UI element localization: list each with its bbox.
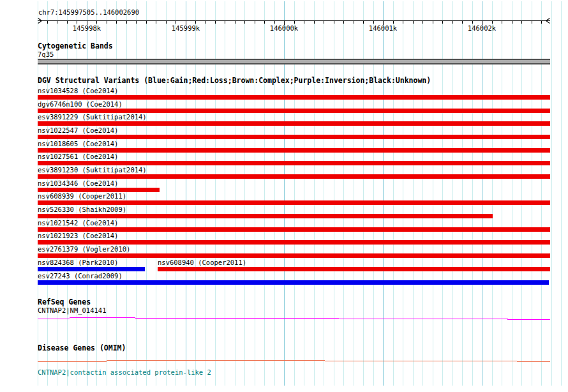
variant-bar[interactable] bbox=[158, 267, 550, 271]
ruler-minor-tick bbox=[235, 21, 235, 24]
variant-label[interactable]: nsv1027561 (Coe2014) bbox=[38, 153, 118, 161]
genome-browser-panel: chr7:145997505..146002690 145998k145999k… bbox=[0, 0, 568, 392]
variant-bar[interactable] bbox=[38, 214, 493, 218]
variant-label[interactable]: nsv1021542 (Coe2014) bbox=[38, 219, 118, 227]
variant-bar[interactable] bbox=[38, 161, 550, 165]
variant-bar[interactable] bbox=[38, 240, 550, 245]
ruler-minor-tick bbox=[255, 21, 255, 24]
ruler-minor-tick bbox=[452, 21, 453, 24]
omim-track-header: Disease Genes (OMIM) bbox=[38, 344, 126, 352]
refseq-gene-line[interactable] bbox=[70, 317, 135, 318]
omim-gene-line[interactable] bbox=[391, 361, 517, 361]
variant-label[interactable]: nsv1022547 (Coe2014) bbox=[38, 126, 118, 135]
variant-bar[interactable] bbox=[38, 188, 160, 192]
variant-bar[interactable] bbox=[38, 280, 549, 285]
ruler-minor-tick bbox=[274, 21, 275, 24]
refseq-gene-line[interactable] bbox=[507, 319, 550, 320]
ruler-minor-tick bbox=[433, 21, 433, 24]
omim-gene-line[interactable] bbox=[197, 360, 325, 361]
ruler-minor-tick bbox=[393, 21, 394, 24]
omim-gene-line[interactable] bbox=[325, 361, 391, 361]
ruler-minor-tick bbox=[334, 21, 334, 24]
ruler-minor-tick bbox=[244, 21, 245, 24]
ruler-minor-tick bbox=[512, 21, 512, 24]
ruler-minor-tick bbox=[107, 21, 107, 24]
ruler-minor-tick bbox=[264, 21, 265, 24]
variant-bar[interactable] bbox=[38, 174, 550, 179]
cytoband-label: 7q35 bbox=[38, 50, 54, 59]
variant-label[interactable]: esv2761379 (Vogler2010) bbox=[38, 245, 130, 253]
variant-bar[interactable] bbox=[38, 253, 550, 258]
cytoband-track-header: Cytogenetic Bands bbox=[38, 42, 113, 50]
variant-label[interactable]: nsv608940 (Cooper2011) bbox=[158, 259, 246, 267]
variant-bar[interactable] bbox=[38, 135, 550, 139]
variant-label[interactable]: nsv1034528 (Coe2014) bbox=[38, 87, 118, 95]
ruler-minor-tick bbox=[373, 21, 374, 24]
variant-label[interactable]: esv3891230 (Suktitipat2014) bbox=[38, 166, 147, 174]
ruler-minor-tick bbox=[77, 21, 77, 24]
region-label: chr7:145997505..146002690 bbox=[38, 8, 139, 17]
ruler-minor-tick bbox=[116, 21, 117, 24]
ruler-minor-tick bbox=[206, 21, 206, 24]
ruler-minor-tick bbox=[57, 21, 57, 24]
omim-gene-line[interactable] bbox=[107, 360, 197, 361]
refseq-gene-line[interactable] bbox=[135, 318, 297, 319]
refseq-gene-label[interactable]: CNTNAP2|NM_014141 bbox=[38, 306, 106, 315]
ruler-minor-tick bbox=[532, 21, 532, 24]
variant-label[interactable]: esv27243 (Conrad2009) bbox=[38, 272, 123, 280]
ruler-minor-tick bbox=[492, 21, 493, 24]
variant-bar[interactable] bbox=[38, 148, 550, 153]
refseq-gene-line[interactable] bbox=[297, 318, 340, 319]
ruler-minor-tick bbox=[195, 21, 196, 24]
ruler-minor-tick bbox=[363, 21, 364, 24]
ruler-minor-tick bbox=[403, 21, 403, 24]
ruler-tick-label: 146000k bbox=[270, 24, 298, 32]
variant-bar[interactable] bbox=[38, 95, 550, 100]
omim-gene-label[interactable]: CNTNAP2|contactin associated protein-lik… bbox=[38, 368, 211, 377]
ruler-minor-tick bbox=[176, 21, 176, 24]
variant-label[interactable]: nsv608939 (Cooper2011) bbox=[38, 192, 126, 200]
variant-bar[interactable] bbox=[38, 200, 550, 205]
variant-label[interactable]: nsv1018605 (Coe2014) bbox=[38, 140, 118, 148]
ruler-minor-tick bbox=[472, 21, 473, 24]
ruler-tick-label: 145999k bbox=[172, 24, 200, 32]
ruler-minor-tick bbox=[225, 21, 225, 24]
ruler-minor-tick bbox=[126, 21, 127, 24]
ruler-minor-tick bbox=[541, 21, 542, 24]
variant-label[interactable]: nsv1021923 (Coe2014) bbox=[38, 232, 118, 240]
ruler-minor-tick bbox=[136, 21, 137, 24]
ruler-minor-tick bbox=[422, 21, 423, 24]
variant-bar[interactable] bbox=[38, 227, 550, 232]
ruler-tick-label: 146002k bbox=[468, 24, 496, 32]
ruler-minor-tick bbox=[314, 21, 315, 24]
ruler-minor-tick bbox=[343, 21, 344, 24]
ruler-minor-tick bbox=[47, 21, 48, 24]
omim-gene-line[interactable] bbox=[517, 361, 550, 362]
ruler-minor-tick bbox=[156, 21, 156, 24]
variant-label[interactable]: nsv526330 (Shaikh2009) bbox=[38, 206, 126, 214]
refseq-gene-line[interactable] bbox=[38, 319, 70, 319]
ruler-tick-label: 146001k bbox=[369, 24, 397, 32]
cytoband-band[interactable] bbox=[38, 59, 550, 64]
ruler-tick-label: 145998k bbox=[73, 24, 101, 32]
ruler-minor-tick bbox=[67, 21, 68, 24]
ruler-minor-tick bbox=[96, 21, 97, 24]
variant-bar[interactable] bbox=[38, 267, 145, 271]
variant-bar[interactable] bbox=[38, 121, 550, 126]
omim-gene-line[interactable] bbox=[38, 361, 107, 362]
ruler-minor-tick bbox=[166, 21, 167, 24]
grid-line bbox=[561, 1, 562, 386]
variant-label[interactable]: dgv6746n100 (Coe2014) bbox=[38, 100, 123, 109]
ruler-minor-tick bbox=[294, 21, 295, 24]
ruler-minor-tick bbox=[354, 21, 354, 24]
ruler-minor-tick bbox=[146, 21, 147, 24]
variant-label[interactable]: esv3891229 (Suktitipat2014) bbox=[38, 113, 147, 121]
variant-label[interactable]: nsv824368 (Park2010) bbox=[38, 259, 118, 267]
ruler-minor-tick bbox=[521, 21, 522, 24]
ruler-minor-tick bbox=[502, 21, 502, 24]
variant-label[interactable]: nsv1034346 (Coe2014) bbox=[38, 179, 118, 188]
refseq-track-header: RefSeq Genes bbox=[38, 298, 91, 306]
ruler-minor-tick bbox=[413, 21, 414, 24]
variant-bar[interactable] bbox=[38, 109, 550, 113]
refseq-gene-line[interactable] bbox=[340, 319, 508, 319]
